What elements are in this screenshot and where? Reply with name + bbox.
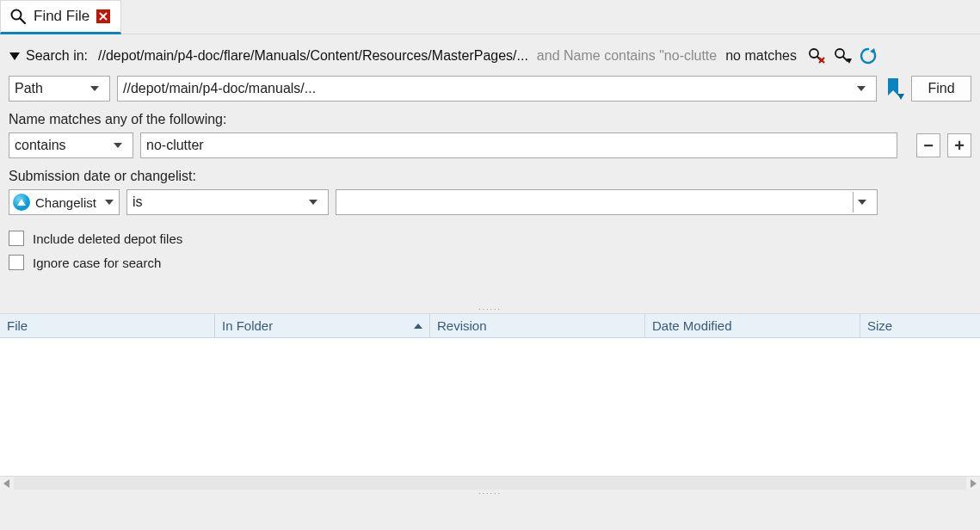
horizontal-scrollbar[interactable] — [0, 476, 980, 490]
chevron-down-icon — [108, 135, 127, 156]
chevron-down-icon[interactable] — [852, 78, 871, 99]
scope-type-select[interactable]: Path — [9, 76, 110, 102]
include-deleted-checkbox[interactable] — [9, 231, 24, 246]
search-filter-text: and Name contains "no-clutte — [537, 48, 717, 64]
svg-marker-2 — [9, 52, 20, 60]
svg-marker-10 — [870, 48, 876, 54]
remove-condition-button[interactable]: − — [916, 133, 940, 157]
scroll-left-icon[interactable] — [0, 477, 14, 490]
add-condition-button[interactable]: + — [947, 133, 971, 157]
ignore-case-label: Ignore case for search — [33, 256, 161, 270]
search-in-path: //depot/main/p4-doc/flare/Manuals/Conten… — [98, 48, 528, 64]
tab-bar: Find File — [0, 0, 980, 34]
col-file[interactable]: File — [0, 314, 215, 337]
tab-title: Find File — [34, 8, 89, 25]
results-body[interactable] — [0, 338, 980, 476]
changelist-mode-select[interactable]: Changelist — [9, 189, 120, 215]
include-deleted-label: Include deleted depot files — [33, 231, 182, 246]
col-revision[interactable]: Revision — [430, 314, 645, 337]
date-cl-label: Submission date or changelist: — [9, 169, 971, 184]
results-header: File In Folder Revision Date Modified Si… — [0, 314, 980, 338]
ignore-case-checkbox[interactable] — [9, 255, 24, 270]
clear-search-icon[interactable] — [807, 46, 826, 65]
find-button[interactable]: Find — [911, 76, 971, 102]
ignore-case-row[interactable]: Ignore case for search — [9, 255, 971, 270]
cl-operator-select[interactable]: is — [126, 189, 329, 215]
save-search-icon[interactable] — [833, 46, 852, 65]
search-in-label: Search in: — [26, 48, 88, 64]
sort-asc-icon — [414, 324, 422, 329]
refresh-icon[interactable] — [859, 46, 878, 65]
splitter-handle[interactable]: ······ — [0, 305, 980, 313]
chevron-down-icon — [304, 192, 323, 213]
bookmark-icon[interactable] — [884, 77, 904, 101]
chevron-down-icon — [105, 200, 114, 205]
svg-line-1 — [21, 19, 26, 24]
match-count: no matches — [725, 48, 797, 64]
col-size[interactable]: Size — [860, 314, 980, 337]
search-icon — [9, 8, 27, 25]
svg-marker-11 — [897, 94, 904, 100]
date-cl-row: Changelist is — [9, 189, 971, 215]
col-date-modified[interactable]: Date Modified — [645, 314, 860, 337]
changelist-mode-value: Changelist — [35, 195, 96, 210]
name-operator-value: contains — [15, 138, 108, 153]
name-match-row: contains − + — [9, 132, 971, 158]
chevron-down-icon — [85, 78, 104, 99]
bottom-grip[interactable]: ······ — [0, 490, 980, 496]
name-match-label: Name matches any of the following: — [9, 112, 971, 127]
scope-row: Path Find — [9, 76, 971, 102]
include-deleted-row[interactable]: Include deleted depot files — [9, 231, 971, 246]
collapse-toggle-icon[interactable] — [9, 51, 21, 61]
scroll-right-icon[interactable] — [966, 477, 980, 490]
cl-operator-value: is — [133, 194, 304, 210]
changelist-icon — [13, 194, 30, 211]
scope-type-value: Path — [15, 81, 85, 96]
tab-find-file[interactable]: Find File — [0, 0, 121, 34]
scope-path-field[interactable] — [123, 78, 852, 99]
close-icon[interactable] — [96, 9, 110, 23]
name-value-input[interactable] — [140, 132, 897, 158]
scope-path-input[interactable] — [117, 76, 877, 102]
search-panel: Search in: //depot/main/p4-doc/flare/Man… — [0, 34, 980, 305]
cl-value-input[interactable] — [336, 189, 878, 215]
search-summary: Search in: //depot/main/p4-doc/flare/Man… — [9, 41, 971, 71]
cl-value-field[interactable] — [342, 192, 853, 213]
svg-marker-12 — [3, 479, 9, 488]
svg-marker-13 — [971, 479, 977, 488]
col-in-folder[interactable]: In Folder — [215, 314, 430, 337]
chevron-down-icon[interactable] — [853, 192, 872, 213]
name-operator-select[interactable]: contains — [9, 132, 133, 158]
scroll-track[interactable] — [14, 477, 966, 490]
results-pane: File In Folder Revision Date Modified Si… — [0, 313, 980, 476]
